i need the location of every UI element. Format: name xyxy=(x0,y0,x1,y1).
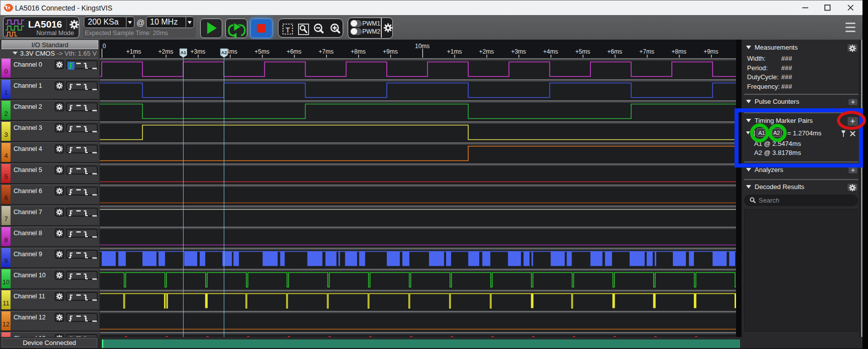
svg-text:+9ms: +9ms xyxy=(703,48,718,55)
svg-text:+8ms: +8ms xyxy=(351,48,366,55)
svg-text:+6ms: +6ms xyxy=(286,48,302,55)
svg-text:+6ms: +6ms xyxy=(607,48,622,55)
svg-text:+5ms: +5ms xyxy=(575,48,590,55)
svg-text:T: T xyxy=(285,26,290,34)
svg-text:+1ms: +1ms xyxy=(447,48,462,55)
svg-text:+4ms: +4ms xyxy=(543,48,558,55)
svg-text:+3ms: +3ms xyxy=(511,48,526,55)
svg-text:10ms: 10ms xyxy=(415,43,429,50)
svg-text:+2ms: +2ms xyxy=(479,48,494,55)
svg-text:+7ms: +7ms xyxy=(319,48,334,55)
svg-text:+3ms: +3ms xyxy=(190,48,205,55)
svg-text:+5ms: +5ms xyxy=(254,48,269,55)
svg-text:A2: A2 xyxy=(221,50,227,55)
svg-text:+8ms: +8ms xyxy=(671,48,686,55)
svg-text:+1ms: +1ms xyxy=(126,48,141,55)
svg-text:+7ms: +7ms xyxy=(639,48,654,55)
svg-text:+2ms: +2ms xyxy=(158,48,173,55)
svg-text:+9ms: +9ms xyxy=(383,48,398,55)
svg-text:0: 0 xyxy=(103,43,106,50)
svg-text:A1: A1 xyxy=(181,50,187,55)
